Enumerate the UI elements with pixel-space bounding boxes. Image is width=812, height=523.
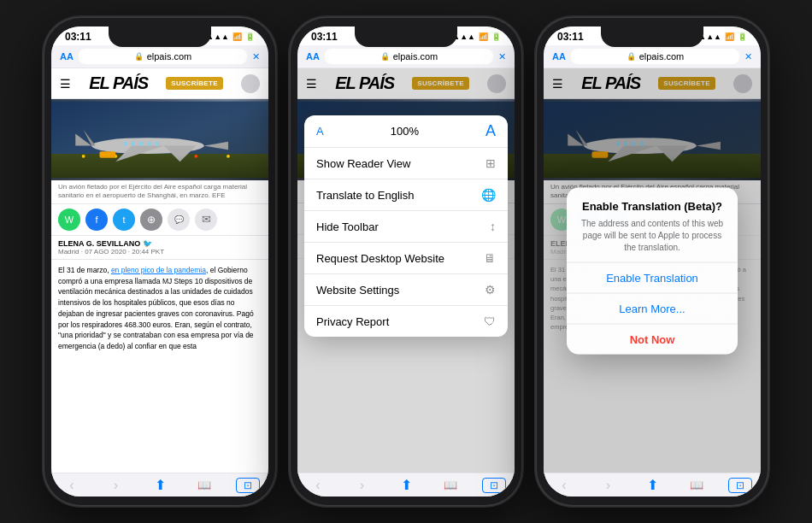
whatsapp-btn-1[interactable]: W	[58, 209, 80, 231]
aa-button-1[interactable]: AA	[60, 51, 74, 62]
aa-button-3[interactable]: AA	[552, 51, 566, 62]
bookmarks-btn-1[interactable]: 📖	[192, 479, 216, 491]
subscribe-btn-1[interactable]: SUSCRÍBETE	[166, 77, 223, 90]
translation-dialog: Enable Translation (Beta)? The address a…	[567, 187, 738, 354]
share-toolbar-btn-3[interactable]: ⬆	[640, 477, 664, 493]
address-bar-1[interactable]: AA 🔒 elpais.com ✕	[51, 45, 268, 68]
menu-item-privacy[interactable]: Privacy Report 🛡	[304, 306, 508, 337]
share-toolbar-btn-1[interactable]: ⬆	[148, 477, 172, 493]
signal-icon-2: ▲▲▲	[452, 32, 475, 41]
translate-icon: 🌐	[481, 188, 496, 202]
svg-point-14	[82, 155, 85, 158]
image-caption-1: Un avión fletado por el Ejército del Air…	[51, 180, 268, 204]
url-text-1: elpais.com	[147, 51, 192, 62]
share-toolbar-btn-2[interactable]: ⬆	[394, 477, 418, 493]
status-time-2: 03:11	[311, 31, 338, 43]
back-btn-3[interactable]: ‹	[552, 478, 576, 493]
back-btn-1[interactable]: ‹	[60, 478, 84, 493]
avatar-1[interactable]	[241, 74, 260, 93]
address-bar-2[interactable]: AA 🔒 elpais.com ✕	[297, 45, 515, 68]
close-tab-btn-2[interactable]: ✕	[498, 51, 506, 62]
learn-more-btn[interactable]: Learn More...	[567, 293, 738, 324]
author-date-1: Madrid · 07 AGO 2020 · 20:44 PKT	[58, 248, 262, 256]
hide-toolbar-icon: ↕	[490, 220, 496, 233]
close-tab-btn-1[interactable]: ✕	[252, 51, 260, 62]
hamburger-icon-1[interactable]: ☰	[60, 77, 71, 91]
font-large-btn-2[interactable]: A	[485, 122, 496, 140]
status-time-3: 03:11	[557, 31, 584, 43]
web-content-3: ☰ EL PAÍS SUSCRÍBETE	[544, 68, 761, 473]
phone-3-screen: 03:11 ▲▲▲ 📶 🔋 AA 🔒 elpais.com ✕ ☰	[544, 26, 761, 497]
dropdown-menu-2: A 100% A Show Reader View ⊞ Translate to…	[304, 115, 508, 337]
wifi-icon-2: 📶	[479, 32, 488, 41]
forward-btn-1[interactable]: ›	[104, 478, 128, 493]
status-bar-1: 03:11 ▲▲▲ 📶 🔋	[51, 26, 268, 45]
battery-icon-3: 🔋	[738, 32, 747, 41]
phone-1: 03:11 ▲▲▲ 📶 🔋 AA 🔒 elpais.com ✕ ☰	[44, 18, 275, 505]
signal-icon-3: ▲▲▲	[698, 32, 721, 41]
phones-container: 03:11 ▲▲▲ 📶 🔋 AA 🔒 elpais.com ✕ ☰	[36, 9, 776, 514]
menu-item-hide-toolbar[interactable]: Hide Toolbar ↕	[304, 211, 508, 243]
comment-btn-1[interactable]: 💬	[168, 209, 190, 231]
url-pill-1[interactable]: 🔒 elpais.com	[79, 49, 247, 64]
url-text-3: elpais.com	[639, 51, 685, 62]
back-btn-2[interactable]: ‹	[306, 478, 330, 493]
url-pill-2[interactable]: 🔒 elpais.com	[325, 49, 493, 64]
svg-rect-12	[148, 142, 151, 146]
dialog-title: Enable Translation (Beta)?	[567, 187, 738, 217]
article-text-1: El 31 de marzo, en pleno pico de la pand…	[51, 260, 268, 357]
phone-3: 03:11 ▲▲▲ 📶 🔋 AA 🔒 elpais.com ✕ ☰	[537, 18, 768, 505]
status-time-1: 03:11	[65, 31, 91, 43]
wifi-icon-1: 📶	[232, 32, 242, 41]
status-icons-2: ▲▲▲ 📶 🔋	[452, 32, 501, 41]
tabs-btn-2[interactable]: ⊡	[482, 478, 506, 493]
menu-item-label-reader-view: Show Reader View	[316, 157, 410, 170]
svg-rect-10	[132, 142, 135, 146]
menu-item-label-desktop: Request Desktop Website	[316, 252, 444, 265]
url-pill-3[interactable]: 🔒 elpais.com	[571, 49, 739, 64]
forward-btn-2[interactable]: ›	[350, 478, 374, 493]
article-link-1[interactable]: en pleno pico de la pandemia	[111, 266, 206, 274]
author-section-1: ELENA G. SEVILLANO 🐦 Madrid · 07 AGO 202…	[51, 236, 268, 260]
twitter-btn-1[interactable]: t	[113, 209, 135, 231]
status-bar-2: 03:11 ▲▲▲ 📶 🔋	[297, 26, 515, 45]
svg-rect-11	[139, 142, 143, 146]
web-content-1: ☰ EL PAÍS SUSCRÍBETE	[51, 68, 268, 473]
enable-translation-btn[interactable]: Enable Translation	[567, 262, 738, 293]
email-btn-1[interactable]: ✉	[195, 209, 217, 231]
menu-item-reader-view[interactable]: Show Reader View ⊞	[304, 148, 508, 179]
menu-item-website-settings[interactable]: Website Settings ⚙	[304, 274, 508, 306]
address-bar-3[interactable]: AA 🔒 elpais.com ✕	[544, 45, 761, 68]
author-name-1: ELENA G. SEVILLANO 🐦	[58, 239, 262, 248]
menu-item-label-translate: Translate to English	[316, 189, 414, 202]
menu-item-desktop[interactable]: Request Desktop Website 🖥	[304, 243, 508, 274]
phone-2: 03:11 ▲▲▲ 📶 🔋 AA 🔒 elpais.com ✕ ☰	[291, 18, 521, 505]
battery-icon-1: 🔋	[245, 32, 255, 41]
svg-rect-2	[51, 154, 268, 178]
phone-2-screen: 03:11 ▲▲▲ 📶 🔋 AA 🔒 elpais.com ✕ ☰	[297, 26, 515, 497]
menu-item-translate[interactable]: Translate to English 🌐	[304, 179, 508, 211]
status-icons-1: ▲▲▲ 📶 🔋	[206, 32, 255, 41]
font-row-2: A 100% A	[304, 115, 508, 148]
svg-rect-13	[156, 142, 159, 146]
svg-point-15	[114, 155, 117, 158]
site-logo-1: EL PAÍS	[89, 73, 148, 93]
tabs-btn-1[interactable]: ⊡	[236, 478, 260, 493]
bookmarks-btn-3[interactable]: 📖	[685, 479, 709, 491]
close-tab-btn-3[interactable]: ✕	[744, 51, 752, 62]
tabs-btn-3[interactable]: ⊡	[728, 478, 752, 493]
not-now-btn[interactable]: Not Now	[567, 324, 738, 354]
battery-icon-2: 🔋	[491, 32, 501, 41]
svg-rect-18	[99, 151, 115, 158]
share-btn-1[interactable]: ⊕	[140, 209, 162, 231]
facebook-btn-1[interactable]: f	[85, 209, 108, 231]
web-content-2: ☰ EL PAÍS SUSCRÍBETE	[297, 68, 515, 473]
forward-btn-3[interactable]: ›	[597, 478, 621, 493]
bottom-toolbar-3: ‹ › ⬆ 📖 ⊡	[544, 473, 761, 497]
bookmarks-btn-2[interactable]: 📖	[438, 479, 462, 491]
reader-view-icon: ⊞	[485, 156, 496, 170]
desktop-icon: 🖥	[484, 251, 496, 265]
font-small-btn-2[interactable]: A	[316, 125, 324, 138]
aa-button-2[interactable]: AA	[306, 51, 320, 62]
menu-item-label-hide-toolbar: Hide Toolbar	[316, 220, 379, 233]
